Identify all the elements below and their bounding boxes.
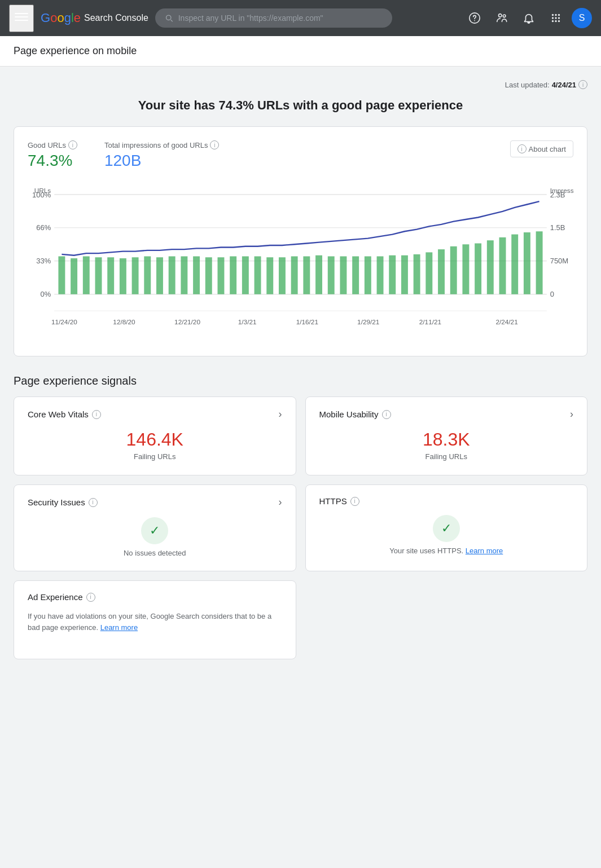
svg-rect-51 [303,256,310,294]
security-issues-help-icon[interactable]: i [89,498,98,507]
svg-rect-32 [71,258,77,294]
good-urls-help-icon[interactable]: i [68,140,77,149]
help-icon [468,12,481,24]
mobile-usability-title: Mobile Usability i [319,409,391,419]
signals-grid: Core Web Vitals i › 146.4K Failing URLs … [14,396,587,659]
svg-rect-34 [95,257,102,294]
search-input[interactable] [178,14,383,23]
security-issues-chevron-icon[interactable]: › [279,496,282,508]
good-urls-value: 74.3% [28,152,77,170]
chart-bars [58,231,542,294]
svg-rect-54 [340,256,346,294]
svg-text:2/11/21: 2/11/21 [419,318,441,325]
svg-rect-48 [266,257,273,294]
mobile-usability-sublabel: Failing URLs [319,452,574,461]
svg-point-6 [503,15,506,17]
svg-rect-64 [462,244,469,294]
svg-rect-58 [389,255,396,294]
svg-text:Impressions: Impressions [550,188,573,194]
svg-text:2/24/21: 2/24/21 [495,318,517,325]
last-updated-row: Last updated: 4/24/21 i [14,80,587,89]
security-issues-check-circle: ✓ [141,517,168,544]
svg-text:12/8/20: 12/8/20 [113,318,135,325]
bell-icon [523,12,535,24]
ad-experience-learn-more-link[interactable]: Learn more [100,623,138,632]
help-button[interactable] [463,7,486,29]
svg-rect-70 [536,231,543,294]
svg-text:1/16/21: 1/16/21 [296,318,318,325]
svg-text:1/3/21: 1/3/21 [238,318,257,325]
page-title: Page experience on mobile [14,45,587,57]
ad-experience-help-icon[interactable]: i [86,593,95,602]
impressions-label: Total impressions of good URLs i [104,140,220,149]
people-button[interactable] [490,7,513,29]
core-web-vitals-sublabel: Failing URLs [28,452,282,461]
good-urls-metric: Good URLs i 74.3% [28,140,77,170]
core-web-vitals-chevron-icon[interactable]: › [279,408,282,420]
svg-rect-0 [15,13,28,14]
svg-rect-45 [230,256,236,294]
https-status: ✓ Your site uses HTTPS. Learn more [319,515,574,555]
notifications-button[interactable] [517,7,540,29]
svg-text:0%: 0% [41,290,51,298]
svg-rect-63 [450,246,457,294]
https-learn-more-link[interactable]: Learn more [466,547,503,555]
search-icon [164,13,174,23]
security-issues-card: Security Issues i › ✓ No issues detected [14,484,296,571]
svg-rect-62 [438,249,445,294]
hero-heading: Your site has 74.3% URLs with a good pag… [14,98,587,113]
core-web-vitals-header: Core Web Vitals i › [28,408,282,420]
https-ok-text: Your site uses HTTPS. Learn more [389,547,503,555]
people-icon [495,12,508,24]
mobile-usability-value: 18.3K [319,429,574,450]
svg-rect-69 [524,232,530,294]
svg-rect-66 [487,240,494,294]
apps-icon [550,12,562,24]
security-issues-ok-text: No issues detected [124,549,186,557]
mobile-usability-help-icon[interactable]: i [382,410,391,419]
mobile-usability-card: Mobile Usability i › 18.3K Failing URLs [305,396,588,475]
avatar[interactable]: S [572,8,592,28]
svg-rect-59 [401,255,408,294]
svg-text:11/24/20: 11/24/20 [51,318,77,325]
main-content: Last updated: 4/24/21 i Your site has 74… [0,67,601,673]
svg-rect-35 [107,257,114,294]
ad-experience-header: Ad Experience i [28,592,282,602]
last-updated-label: Last updated: [505,81,550,89]
svg-text:1.5B: 1.5B [550,223,565,232]
mobile-usability-chevron-icon[interactable]: › [570,408,573,420]
svg-text:1/29/21: 1/29/21 [357,318,379,325]
svg-point-8 [555,14,556,16]
header: Google Search Console S [0,0,601,36]
good-urls-label: Good URLs i [28,140,77,149]
https-check-circle: ✓ [433,515,460,542]
signals-heading: Page experience signals [14,374,587,387]
svg-point-14 [555,20,556,22]
impressions-help-icon[interactable]: i [210,140,219,149]
svg-rect-61 [425,252,432,294]
product-name: Search Console [84,13,148,23]
last-updated-help-icon[interactable]: i [578,80,587,89]
svg-rect-33 [83,256,90,294]
ad-experience-title: Ad Experience i [28,592,95,602]
impressions-metric: Total impressions of good URLs i 120B [104,140,220,170]
apps-button[interactable] [545,7,567,29]
about-chart-button[interactable]: i About chart [510,140,574,157]
svg-rect-43 [205,257,212,294]
core-web-vitals-card: Core Web Vitals i › 146.4K Failing URLs [14,396,296,475]
svg-rect-37 [132,257,139,294]
security-issues-header: Security Issues i › [28,496,282,508]
chart-metrics: Good URLs i 74.3% Total impressions of g… [28,140,219,170]
menu-button[interactable] [9,5,34,32]
core-web-vitals-help-icon[interactable]: i [92,410,101,419]
svg-rect-36 [120,258,126,294]
svg-rect-46 [242,256,249,294]
svg-point-9 [558,14,560,16]
svg-rect-67 [499,237,506,294]
svg-text:URLs: URLs [34,188,51,194]
app-logo: Google Search Console [41,11,148,25]
https-help-icon[interactable]: i [350,497,359,506]
page-title-bar: Page experience on mobile [0,36,601,67]
mobile-usability-header: Mobile Usability i › [319,408,574,420]
url-search-bar[interactable] [155,8,392,28]
